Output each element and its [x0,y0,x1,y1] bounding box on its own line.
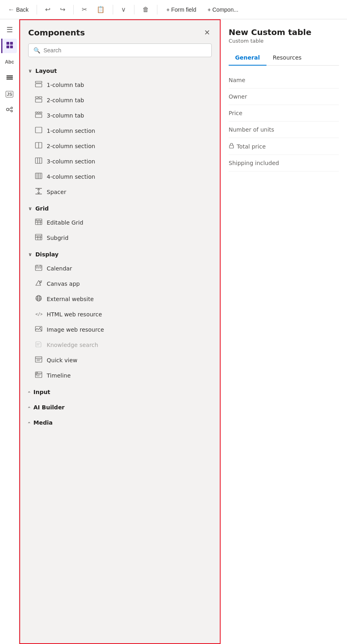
3-column-section-icon [35,157,43,165]
component-calendar[interactable]: Calendar [31,261,212,276]
sidebar-layers[interactable] [2,71,17,85]
toolbar-separator-1 [37,5,37,14]
field-row-price: Price [229,105,339,122]
back-label: Back [16,6,29,13]
add-form-field-button[interactable]: + Form field [162,5,200,14]
search-input[interactable] [43,47,207,54]
spacer-label: Spacer [47,189,66,195]
svg-point-8 [11,107,12,109]
category-input-label: Input [33,389,50,395]
back-button[interactable]: ← Back [5,4,32,15]
field-total-price-label: Total price [237,143,339,150]
grid-chevron-icon: ∨ [28,206,32,211]
editable-grid-label: Editable Grid [47,219,83,226]
field-row-shipping-included: Shipping included [229,155,339,171]
svg-rect-15 [39,97,42,98]
component-canvas-app[interactable]: Canvas app [31,276,212,291]
panel-close-button[interactable]: ✕ [202,27,212,39]
svg-rect-20 [35,114,42,118]
toolbar-separator-3 [113,5,113,14]
undo-icon: ↩ [45,6,50,13]
component-editable-grid[interactable]: Editable Grid [31,215,212,230]
svg-rect-1 [10,42,13,45]
sidebar-hamburger[interactable]: ☰ [2,23,17,37]
svg-rect-0 [6,42,9,45]
category-media-header[interactable]: › Media [28,415,212,429]
tab-resources[interactable]: Resources [266,50,308,66]
component-timeline[interactable]: Timeline [31,368,212,383]
sidebar-js[interactable]: JS [2,87,17,101]
js-icon: JS [6,91,13,97]
svg-rect-21 [35,127,42,133]
svg-rect-2 [6,45,9,48]
toolbar: ← Back ↩ ↪ ✂ 📋 ∨ 🗑 + Form field + Compon… [0,0,347,19]
canvas-app-icon [35,280,43,288]
category-layout-items: 1-column tab 2-column tab [28,77,212,200]
hamburger-icon: ☰ [6,25,13,34]
grid-view-icon [6,41,13,51]
cut-button[interactable]: ✂ [78,4,90,15]
component-external-website[interactable]: External website [31,291,212,307]
1-column-tab-label: 1-column tab [47,82,84,88]
component-2-column-tab[interactable]: 2-column tab [31,93,212,108]
svg-rect-13 [35,84,42,87]
tab-general[interactable]: General [229,50,266,66]
toolbar-separator-2 [73,5,74,14]
html-icon: </> [35,310,43,318]
sidebar-connection[interactable] [2,103,17,118]
redo-button[interactable]: ↪ [57,4,68,15]
add-component-button[interactable]: + Compon... [203,5,242,14]
component-3-column-section[interactable]: 3-column section [31,154,212,169]
component-2-column-section[interactable]: 2-column section [31,138,212,154]
component-3-column-tab[interactable]: 3-column tab [31,108,212,123]
main-layout: ☰ Abc J [0,19,347,644]
field-row-name: Name [229,72,339,89]
components-panel: Components ✕ 🔍 ∨ Layout [19,19,221,644]
panel-header: Components ✕ [20,20,220,43]
svg-rect-75 [229,145,233,148]
category-layout-header[interactable]: ∨ Layout [28,64,212,77]
toolbar-separator-5 [157,5,157,14]
sidebar-icons: ☰ Abc J [0,19,19,644]
category-grid-label: Grid [35,205,49,212]
component-image-web-resource[interactable]: Image web resource [31,322,212,337]
category-display-header[interactable]: ∨ Display [28,247,212,261]
search-box: 🔍 [28,43,212,57]
field-row-total-price: Total price [229,138,339,155]
component-1-column-tab[interactable]: 1-column tab [31,77,212,93]
undo-button[interactable]: ↩ [42,4,54,15]
html-web-resource-label: HTML web resource [47,311,102,318]
category-ai-builder-header[interactable]: › AI Builder [28,400,212,414]
sidebar-text-field[interactable]: Abc [2,55,17,69]
field-name-label: Name [229,77,339,83]
toolbar-separator-4 [134,5,134,14]
dropdown-button[interactable]: ∨ [118,4,129,15]
1-column-section-icon [35,127,43,135]
sidebar-grid-view[interactable] [1,39,17,53]
field-price-label: Price [229,110,339,116]
category-grid-header[interactable]: ∨ Grid [28,201,212,215]
component-spacer[interactable]: Spacer [31,184,212,200]
category-display-label: Display [35,251,59,258]
svg-point-71 [37,372,38,374]
component-quick-view[interactable]: Quick view [31,353,212,368]
knowledge-search-label: Knowledge search [47,342,98,348]
component-4-column-section[interactable]: 4-column section [31,169,212,184]
2-column-section-label: 2-column section [47,143,95,149]
subgrid-label: Subgrid [47,235,68,241]
category-grid-items: Editable Grid Subgrid [28,215,212,246]
2-column-tab-icon [35,96,43,104]
svg-point-7 [6,108,9,111]
svg-rect-18 [38,112,39,114]
paste-button[interactable]: 📋 [93,4,108,15]
delete-button[interactable]: 🗑 [139,4,152,15]
svg-rect-5 [6,77,13,78]
component-html-web-resource[interactable]: </> HTML web resource [31,307,212,322]
component-subgrid[interactable]: Subgrid [31,230,212,246]
image-icon [35,326,43,334]
category-input-header[interactable]: › Input [28,385,212,398]
ai-builder-chevron-icon: › [26,407,32,409]
2-column-section-icon [35,142,43,150]
right-panel-subtitle: Custom table [229,38,339,44]
component-1-column-section[interactable]: 1-column section [31,123,212,138]
